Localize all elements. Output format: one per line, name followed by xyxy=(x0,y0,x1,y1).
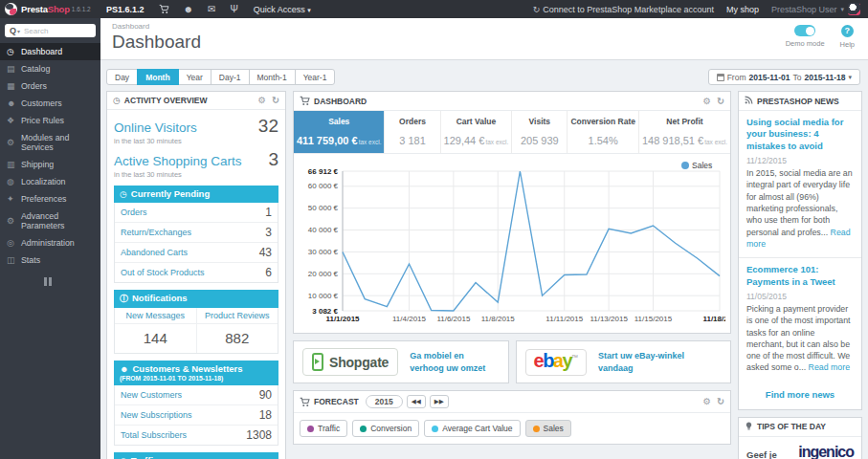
my-shop-link[interactable]: My shop xyxy=(726,5,759,14)
sidebar-item-preferences[interactable]: ✦Preferences xyxy=(0,190,100,208)
sidebar-item-administration[interactable]: ◎Administration xyxy=(0,234,100,251)
svg-text:11/11/2015: 11/11/2015 xyxy=(545,315,583,323)
price-rules-icon: ❖ xyxy=(7,116,21,125)
kpi-sales[interactable]: Sales411 759,00 €tax excl. xyxy=(294,111,384,153)
range-year-1-button[interactable]: Year-1 xyxy=(295,69,336,85)
shopgate-phone-icon xyxy=(312,353,323,371)
customers-newsletters-header: ☻Customers & Newsletters(FROM 2015-11-01… xyxy=(114,361,278,386)
kpi-visits[interactable]: Visits205 939 xyxy=(511,111,567,153)
kpi-row: Sales411 759,00 €tax excl. Orders3 181 C… xyxy=(294,111,730,154)
read-more-link[interactable]: Read more xyxy=(809,362,851,372)
search-input[interactable] xyxy=(24,27,72,35)
sidebar-collapse-button[interactable] xyxy=(44,277,100,286)
find-more-news-link[interactable]: Find more news xyxy=(739,382,861,409)
range-year-button[interactable]: Year xyxy=(178,69,211,85)
svg-text:40 000 €: 40 000 € xyxy=(308,226,339,234)
prestashop-brand[interactable]: PrestaShop 1.6.1.2 xyxy=(0,3,100,15)
total-subscribers-link[interactable]: Total Subscribers xyxy=(121,430,187,440)
refresh-icon[interactable]: ↻ xyxy=(717,97,724,106)
range-buttons: Day Month Year Day-1 Month-1 Year-1 xyxy=(106,69,335,85)
catalog-icon: ▤ xyxy=(7,64,21,74)
shopgate-link[interactable]: Ga mobiel en verhoog uw omzet xyxy=(410,350,499,373)
kpi-orders[interactable]: Orders3 181 xyxy=(384,111,439,153)
shopgate-logo[interactable]: Shopgate xyxy=(302,348,398,376)
legend-average-cart-value-button[interactable]: Average Cart Value xyxy=(424,420,520,437)
clock-icon: ◷ xyxy=(113,97,121,105)
refresh-icon[interactable]: ↻ xyxy=(717,397,724,406)
sidebar-item-customers[interactable]: ☻Customers xyxy=(0,95,100,112)
sidebar-item-localization[interactable]: ◍Localization xyxy=(0,173,100,190)
forecast-next-button[interactable]: ▶▶ xyxy=(430,395,449,408)
sidebar-item-modules[interactable]: ⚙Modules and Services xyxy=(0,129,100,156)
active-carts-link[interactable]: Active Shopping Carts xyxy=(114,154,242,168)
ebay-link[interactable]: Start uw eBay-winkel vandaag xyxy=(598,350,722,373)
sales-chart: 66 912 €60 000 €50 000 €40 000 €30 000 €… xyxy=(299,159,725,327)
kpi-net-profit[interactable]: Net Profit148 918,51 €tax excl. xyxy=(638,111,730,153)
trophy-icon[interactable]: Ψ xyxy=(230,5,237,14)
gear-icon[interactable]: ⚙ xyxy=(703,97,712,106)
out-of-stock-link[interactable]: Out of Stock Products xyxy=(121,268,205,277)
list-item: Ecommerce 101: Payments in a Tweet 11/05… xyxy=(739,257,861,382)
legend-sales-button[interactable]: Sales xyxy=(525,420,571,437)
product-reviews-link[interactable]: Product Reviews xyxy=(197,308,278,324)
legend-traffic-button[interactable]: Traffic xyxy=(300,420,347,437)
legend-conversion-button[interactable]: Conversion xyxy=(352,420,419,437)
kpi-cart-value[interactable]: Cart Value129,44 €tax excl. xyxy=(440,111,512,153)
cart-icon[interactable] xyxy=(159,4,169,14)
search-scope-caret-icon[interactable]: ▾ xyxy=(17,28,20,34)
marketplace-link[interactable]: ↻Connect to PrestaShop Marketplace accou… xyxy=(533,5,714,14)
user-menu[interactable]: PrestaShop User ▾ xyxy=(771,3,860,15)
sidebar-item-dashboard[interactable]: ◷Dashboard xyxy=(0,43,100,60)
user-avatar xyxy=(848,3,860,15)
cart-icon xyxy=(300,96,310,106)
range-month-button[interactable]: Month xyxy=(137,69,179,85)
kpi-conversion-rate[interactable]: Conversion Rate1.54% xyxy=(567,111,638,153)
forecast-prev-button[interactable]: ◀◀ xyxy=(407,395,426,408)
date-toolbar: Day Month Year Day-1 Month-1 Year-1 From… xyxy=(106,69,860,85)
prestashop-logo-icon xyxy=(5,3,17,15)
employees-icon[interactable]: ☻ xyxy=(184,5,194,14)
news-item-title[interactable]: Ecommerce 101: Payments in a Tweet xyxy=(746,264,854,288)
help-icon[interactable]: ? xyxy=(841,25,854,37)
date-range-button[interactable]: From 2015-11-01 To 2015-11-18 ▾ xyxy=(708,69,860,85)
new-messages-link[interactable]: New Messages xyxy=(115,308,196,324)
sidebar-item-shipping[interactable]: ▥Shipping xyxy=(0,156,100,173)
sidebar-item-catalog[interactable]: ▤Catalog xyxy=(0,60,100,77)
abandoned-carts-link[interactable]: Abandoned Carts xyxy=(121,248,188,257)
demo-mode-toggle[interactable] xyxy=(794,25,815,36)
forecast-panel-title: FORECAST xyxy=(314,397,359,406)
range-month-1-button[interactable]: Month-1 xyxy=(249,69,296,85)
sidebar-item-stats[interactable]: ◫Stats xyxy=(0,251,100,269)
pending-orders-link[interactable]: Orders xyxy=(121,208,147,217)
administration-icon: ◎ xyxy=(7,238,21,248)
breadcrumb[interactable]: Dashboard xyxy=(112,22,857,31)
gear-icon[interactable]: ⚙ xyxy=(258,96,267,105)
product-reviews-value: 882 xyxy=(197,324,278,353)
online-visitors-link[interactable]: Online Visitors xyxy=(114,120,197,135)
conversion-dot-icon xyxy=(360,426,367,432)
sidebar-item-orders[interactable]: ▦Orders xyxy=(0,77,100,95)
news-item-title[interactable]: Using social media for your business: 4 … xyxy=(746,117,854,152)
gear-icon[interactable]: ⚙ xyxy=(703,397,712,406)
table-row: New Subscriptions18 xyxy=(115,404,278,425)
ebay-logo[interactable]: ebay™ xyxy=(525,349,588,376)
range-day-1-button[interactable]: Day-1 xyxy=(211,69,250,85)
range-day-button[interactable]: Day xyxy=(106,69,138,85)
dashboard-icon: ◷ xyxy=(7,47,21,56)
svg-text:11/15/2015: 11/15/2015 xyxy=(634,315,673,323)
new-customers-link[interactable]: New Customers xyxy=(121,390,182,400)
search-icon[interactable]: Q xyxy=(10,26,16,35)
sidebar-item-price-rules[interactable]: ❖Price Rules xyxy=(0,112,100,129)
table-row: Total Subscribers1308 xyxy=(115,425,278,445)
forecast-year-badge[interactable]: 2015 xyxy=(366,395,403,408)
orders-icon: ▦ xyxy=(7,81,21,91)
svg-text:30 000 €: 30 000 € xyxy=(308,248,339,256)
page: PrestaShop 1.6.1.2 PS1.6.1.2 ☻ ✉ Ψ Quick… xyxy=(0,0,868,459)
svg-text:66 912 €: 66 912 € xyxy=(308,167,339,176)
sidebar-item-advanced-parameters[interactable]: ⚙Advanced Parameters xyxy=(0,208,100,234)
quick-access-menu[interactable]: Quick Access ▾ xyxy=(254,5,311,14)
refresh-icon[interactable]: ↻ xyxy=(272,96,279,105)
messages-icon[interactable]: ✉ xyxy=(208,5,215,14)
new-subscriptions-link[interactable]: New Subscriptions xyxy=(121,410,192,420)
pending-returns-link[interactable]: Return/Exchanges xyxy=(121,228,191,237)
